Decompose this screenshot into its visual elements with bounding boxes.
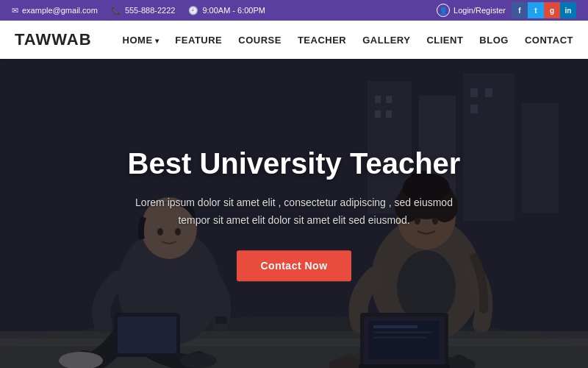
hours-info: 🕘 9:00AM - 6:00PM xyxy=(188,6,265,15)
phone-info: 📞 555-888-2222 xyxy=(111,6,176,15)
nav-item-gallery[interactable]: GALLERY xyxy=(362,33,410,46)
nav-item-client[interactable]: CLIENT xyxy=(426,33,463,46)
contact-now-button[interactable]: Contact Now xyxy=(237,250,351,281)
googleplus-icon[interactable]: g xyxy=(544,2,560,18)
nav-item-contact[interactable]: CONTACT xyxy=(525,33,573,46)
user-icon: 👤 xyxy=(437,4,450,17)
twitter-icon[interactable]: t xyxy=(528,2,544,18)
social-icons-group: f t g in xyxy=(512,2,576,18)
nav-link-blog[interactable]: BLOG xyxy=(479,35,509,46)
nav-item-blog[interactable]: BLOG xyxy=(479,33,509,46)
nav-link-feature[interactable]: FEATURE xyxy=(175,35,222,46)
login-label: Login/Register xyxy=(453,6,506,15)
hero-content: Best University Teacher Lorem ipsum dolo… xyxy=(103,146,485,281)
nav-link-contact[interactable]: CONTACT xyxy=(525,35,573,46)
top-bar-right: 👤 Login/Register f t g in xyxy=(437,2,576,18)
linkedin-icon[interactable]: in xyxy=(560,2,576,18)
nav-link-course[interactable]: COURSE xyxy=(238,35,282,46)
hero-subtitle-line1: Lorem ipsum dolor sit amet elit , consec… xyxy=(135,197,453,208)
top-bar: ✉ example@gmail.com 📞 555-888-2222 🕘 9:0… xyxy=(0,0,588,21)
email-text: example@gmail.com xyxy=(22,6,98,15)
nav-item-teacher[interactable]: TEACHER xyxy=(298,33,346,46)
navigation: TAWWAB HOME FEATURE COURSE TEACHER GALLE… xyxy=(0,21,588,59)
phone-text: 555-888-2222 xyxy=(125,6,176,15)
email-info: ✉ example@gmail.com xyxy=(12,6,98,15)
login-register-button[interactable]: 👤 Login/Register xyxy=(437,4,506,17)
nav-links: HOME FEATURE COURSE TEACHER GALLERY CLIE… xyxy=(123,33,573,46)
phone-icon: 📞 xyxy=(111,6,121,15)
nav-link-gallery[interactable]: GALLERY xyxy=(362,35,410,46)
hero-subtitle-line2: tempor sit amet elit dolor sit amet elit… xyxy=(178,214,409,226)
nav-link-home[interactable]: HOME xyxy=(123,35,159,46)
email-icon: ✉ xyxy=(12,6,18,15)
nav-item-feature[interactable]: FEATURE xyxy=(175,33,222,46)
hours-text: 9:00AM - 6:00PM xyxy=(202,6,265,15)
nav-link-teacher[interactable]: TEACHER xyxy=(298,35,346,46)
nav-item-course[interactable]: COURSE xyxy=(238,33,282,46)
hero-section: Best University Teacher Lorem ipsum dolo… xyxy=(0,59,588,368)
nav-item-home[interactable]: HOME xyxy=(123,33,159,46)
hero-title: Best University Teacher xyxy=(103,146,485,181)
top-bar-left: ✉ example@gmail.com 📞 555-888-2222 🕘 9:0… xyxy=(12,6,265,15)
clock-icon: 🕘 xyxy=(188,6,198,15)
nav-link-client[interactable]: CLIENT xyxy=(426,35,463,46)
site-logo: TAWWAB xyxy=(15,30,92,49)
hero-subtitle: Lorem ipsum dolor sit amet elit , consec… xyxy=(103,194,485,230)
facebook-icon[interactable]: f xyxy=(512,2,528,18)
